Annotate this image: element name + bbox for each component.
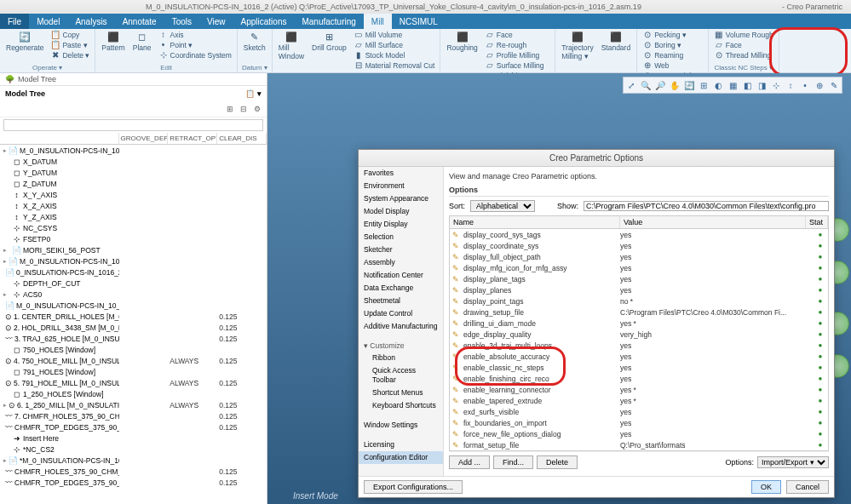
menu-view[interactable]: View <box>199 14 233 29</box>
tree-row[interactable]: ⊙5. 791_HOLE_MILL [M_0_INSULATION-PCS-IN… <box>0 377 267 388</box>
ribbon-btn-sketch[interactable]: ✎Sketch <box>241 30 268 63</box>
menu-analysis[interactable]: Analysis <box>67 14 114 29</box>
tree-row[interactable]: ⊙2. HOL_DRILL_3438_SM [M_0_INSULATION-P0… <box>0 322 267 333</box>
vt-csys[interactable]: ⊕ <box>813 78 826 92</box>
ok-button[interactable]: OK <box>751 480 781 494</box>
vt-refit[interactable]: ⤢ <box>624 78 638 92</box>
nav-ribbon[interactable]: Ribbon <box>359 352 443 364</box>
option-row[interactable]: ✎display_mfg_icon_for_mfg_assyyes● <box>450 262 828 273</box>
option-row[interactable]: ✎enable_tapered_extrudeyes *● <box>450 395 828 406</box>
tree-row[interactable]: ▸📄MORI_SEIKI_56_POST <box>0 244 267 255</box>
vt-point[interactable]: • <box>798 78 812 92</box>
option-row[interactable]: ✎force_new_file_options_dialogyes● <box>450 428 828 439</box>
col-retract[interactable]: RETRACT_OPTI… <box>168 133 217 144</box>
tree-tab[interactable]: 🌳 Model Tree <box>0 73 267 86</box>
tree-tool-1[interactable]: ⊞ <box>224 103 236 115</box>
nav-selection[interactable]: Selection <box>359 231 443 243</box>
tree-row[interactable]: ⊹NC_CSYS <box>0 222 267 233</box>
option-row[interactable]: ✎display_plane_tagsyes● <box>450 273 828 284</box>
nav-sheetmetal[interactable]: Sheetmetal <box>359 295 443 307</box>
ribbon-item-paste-[interactable]: 📋Paste ▾ <box>49 40 91 50</box>
nav-system-appearance[interactable]: System Appearance <box>359 192 443 205</box>
option-row[interactable]: ✎drilling_ui_diam_modeyes *● <box>450 318 828 329</box>
gh-stat[interactable]: Stat <box>806 216 828 228</box>
gh-name[interactable]: Name <box>450 216 620 228</box>
vt-hidden[interactable]: ◧ <box>740 78 754 92</box>
nav-assembly[interactable]: Assembly <box>359 256 443 269</box>
ribbon-btn-plane[interactable]: ◻Plane <box>130 30 154 63</box>
expand-icon[interactable]: ▸ <box>3 291 10 298</box>
option-row[interactable]: ✎display_coord_sys_tagsyes● <box>450 229 828 240</box>
option-row[interactable]: ✎enable_absolute_accuracyyes● <box>450 351 828 362</box>
tree-tool-2[interactable]: ⊟ <box>238 103 250 115</box>
option-row[interactable]: ✎enable_classic_nc_stepsyes● <box>450 362 828 373</box>
options-grid[interactable]: ✎display_coord_sys_tagsyes●✎display_coor… <box>449 229 829 451</box>
option-row[interactable]: ✎frt_enabledyes *● <box>450 450 828 451</box>
ribbon-item-volume-rough[interactable]: ▦Volume Rough <box>712 30 775 40</box>
ribbon-item-material-removal-cut[interactable]: ⊟Material Removal Cut <box>352 60 437 71</box>
show-path-input[interactable] <box>584 201 829 211</box>
vt-wire[interactable]: ▦ <box>726 78 739 92</box>
option-row[interactable]: ✎format_setup_fileQ:\Pro_start\formats● <box>450 439 828 450</box>
col-clear[interactable]: CLEAR_DIS <box>217 133 267 144</box>
tree-row[interactable]: ▸⊹ACS0 <box>0 289 267 300</box>
nav-licensing[interactable]: Licensing <box>359 438 443 451</box>
ribbon-item-re-rough[interactable]: ▱Re-rough <box>483 40 551 50</box>
nav-quick-access-toolbar[interactable]: Quick Access Toolbar <box>359 364 443 387</box>
nav-environment[interactable]: Environment <box>359 180 443 192</box>
sort-select[interactable]: Alphabetical <box>470 200 535 212</box>
tree-row[interactable]: 〰CHMFR_TOP_EDGES_375_90_CHM [M_0_IN0.125 <box>0 421 267 432</box>
expand-icon[interactable]: ▸ <box>3 147 7 154</box>
option-row[interactable]: ✎display_coordinate_sysyes● <box>450 240 828 251</box>
tree-row[interactable]: 📄M_0_INSULATION-PCS-IN_10_WRK_01.PRT <box>0 300 267 311</box>
vt-nohidden[interactable]: ◨ <box>755 78 768 92</box>
ribbon-item-face[interactable]: ▱Face <box>712 40 775 50</box>
ribbon-item-mill-volume[interactable]: ▭Mill Volume <box>352 30 437 40</box>
tree-row[interactable]: 📄0_INSULATION-PCS-IN_1016_2.PRT <box>0 266 267 278</box>
tree-row[interactable]: ▸📄M_0_INSULATION-PCS-IN_1016_2.ASM <box>0 145 267 156</box>
ribbon-btn-pattern[interactable]: ⬛Pattern <box>99 30 127 63</box>
tree-row[interactable]: ↕X_Z_AXIS <box>0 200 267 211</box>
tree-row[interactable]: ⊹FSETP0 <box>0 233 267 244</box>
import-export-select[interactable]: Import/Export ▾ <box>757 456 829 468</box>
menu-applications[interactable]: Applications <box>233 14 295 29</box>
ribbon-item-web[interactable]: ⊕Web <box>641 60 701 71</box>
nav-notification-center[interactable]: Notification Center <box>359 269 443 282</box>
tree-row[interactable]: 〰7. CHMFR_HOLES_375_90_CHM [M_0_INSULA0.… <box>0 410 267 421</box>
ribbon-item-surface-milling[interactable]: ▱Surface Milling <box>483 60 551 71</box>
tree-row[interactable]: 〰3. TRAJ_625_HOLE [M_0_INSULATION-PCS-IN… <box>0 333 267 344</box>
tree-row[interactable]: ⊙4. 750_HOLE_MILL [M_0_INSULATION-PCS-IN… <box>0 355 267 366</box>
ribbon-btn-mill-window[interactable]: ⬛MillWindow <box>276 30 307 71</box>
ribbon-item-mill-surface[interactable]: ▱Mill Surface <box>352 40 437 50</box>
tree-row[interactable]: ◻Y_DATUM <box>0 167 267 178</box>
option-row[interactable]: ✎exd_surfs_visibleyes● <box>450 406 828 417</box>
vt-rotate[interactable]: 🔄 <box>682 78 696 92</box>
tree-row[interactable]: ◻Z_DATUM <box>0 178 267 189</box>
vt-shade[interactable]: ◐ <box>711 78 725 92</box>
menu-model[interactable]: Model <box>29 14 67 29</box>
export-config-button[interactable]: Export Configurations... <box>364 480 463 494</box>
vt-views[interactable]: ⊞ <box>697 78 710 92</box>
tree-row[interactable]: ◻791_HOLES [Window] <box>0 366 267 377</box>
tree-filter-input[interactable] <box>3 119 263 131</box>
tree-row[interactable]: 〰CHMFR_HOLES_375_90_CHM_000 [M_0_INS0.12… <box>0 466 267 477</box>
col-name[interactable] <box>0 133 119 144</box>
nav-shortcut-menus[interactable]: Shortcut Menus <box>359 387 443 399</box>
nav-data-exchange[interactable]: Data Exchange <box>359 282 443 295</box>
option-row[interactable]: ✎fix_boundaries_on_importyes● <box>450 417 828 428</box>
option-row[interactable]: ✎display_point_tagsno *● <box>450 295 828 306</box>
tree-row[interactable]: ◻1_250_HOLES [Window] <box>0 388 267 399</box>
ribbon-item-boring-[interactable]: ⊙Boring ▾ <box>641 40 701 50</box>
ribbon-item-face[interactable]: ▱Face <box>483 30 551 40</box>
tree-row[interactable]: ⊹DEPTH_OF_CUT <box>0 278 267 289</box>
vt-pan[interactable]: ✋ <box>668 78 681 92</box>
add-button[interactable]: Add ... <box>449 455 490 469</box>
ribbon-item-stock-model[interactable]: ▮Stock Model <box>352 50 437 60</box>
menu-mill[interactable]: Mill <box>364 14 392 29</box>
delete-button[interactable]: Delete <box>537 455 578 469</box>
tree-tool-3[interactable]: ⚙ <box>251 103 263 115</box>
nav-configuration-editor[interactable]: Configuration Editor <box>359 451 443 464</box>
nav-keyboard-shortcuts[interactable]: Keyboard Shortcuts <box>359 399 443 412</box>
option-row[interactable]: ✎drawing_setup_fileC:\Program Files\PTC\… <box>450 306 828 318</box>
ribbon-item-profile-milling[interactable]: ▱Profile Milling <box>483 50 551 60</box>
